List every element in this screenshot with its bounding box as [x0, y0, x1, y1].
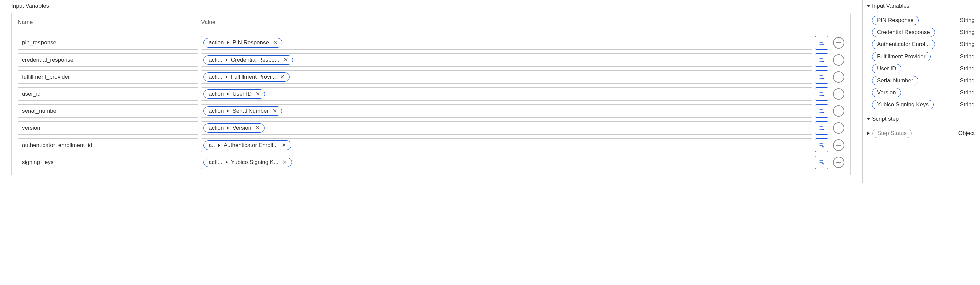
value-pill[interactable]: a..Authenticator Enroll...✕	[204, 141, 291, 150]
remove-row-button[interactable]	[833, 105, 845, 117]
chevron-down-icon	[867, 5, 870, 7]
close-icon[interactable]: ✕	[278, 74, 285, 80]
value-pill[interactable]: acti...Yubico Signing K...✕	[204, 158, 292, 167]
variable-name-input[interactable]	[18, 36, 199, 49]
variable-pill[interactable]: PIN Response	[872, 16, 919, 25]
variable-pill[interactable]: Yubico Signing Keys	[872, 100, 934, 109]
remove-row-button[interactable]	[833, 54, 845, 66]
minus-icon	[837, 60, 841, 60]
remove-row-button[interactable]	[833, 122, 845, 134]
close-icon[interactable]: ✕	[271, 40, 278, 46]
section-title: Input Variables	[11, 3, 851, 10]
variable-pill[interactable]: User ID	[872, 64, 901, 73]
variable-row: actionSerial Number✕	[18, 104, 845, 118]
variable-pill[interactable]: Serial Number	[872, 76, 918, 85]
data-pill-picker-button[interactable]	[815, 53, 828, 66]
data-pill-picker-button[interactable]	[815, 155, 828, 169]
variable-list-item: Serial NumberString	[872, 76, 975, 85]
value-pill[interactable]: acti...Credential Respo...✕	[204, 55, 293, 65]
close-icon[interactable]: ✕	[254, 91, 261, 97]
variable-name-input[interactable]	[18, 104, 199, 118]
close-icon[interactable]: ✕	[282, 57, 288, 63]
pill-source: acti...	[208, 57, 222, 63]
variable-value-field[interactable]: a..Authenticator Enroll...✕	[201, 138, 812, 152]
right-pane-script-step-header[interactable]: Script step	[862, 113, 980, 125]
pill-variable: PIN Response	[232, 40, 269, 46]
variable-name-input[interactable]	[18, 138, 199, 152]
variable-value-field[interactable]: actionSerial Number✕	[201, 104, 812, 118]
minus-icon	[837, 128, 841, 128]
remove-row-button[interactable]	[833, 88, 845, 100]
value-pill[interactable]: acti...Fulfillment Provi...✕	[204, 72, 290, 82]
remove-row-button[interactable]	[833, 37, 845, 49]
caret-right-icon	[226, 58, 228, 62]
pill-source: acti...	[208, 74, 222, 80]
variable-row: actionPIN Response✕	[18, 36, 845, 49]
pill-source: action	[208, 108, 224, 114]
pill-source: action	[208, 91, 224, 97]
variable-type: String	[960, 65, 975, 72]
data-pill-picker-button[interactable]	[815, 70, 828, 84]
variable-list-item: Authenticator Enrol...String	[872, 40, 975, 49]
close-icon[interactable]: ✕	[271, 108, 278, 114]
variable-pill-step-status[interactable]: Step Status	[872, 129, 912, 138]
remove-row-button[interactable]	[833, 139, 845, 151]
value-pill[interactable]: actionVersion✕	[204, 124, 265, 133]
right-pane-input-vars-header[interactable]: Input Variables	[862, 0, 980, 13]
remove-row-button[interactable]	[833, 157, 845, 168]
variable-name-input[interactable]	[18, 87, 199, 101]
variable-row: a..Authenticator Enroll...✕	[18, 138, 845, 152]
caret-right-icon	[227, 41, 229, 44]
remove-row-button[interactable]	[833, 71, 845, 82]
pill-source: a..	[208, 142, 215, 149]
close-icon[interactable]: ✕	[280, 160, 288, 165]
input-variables-panel: Name Value actionPIN Response✕acti...Cre…	[11, 13, 851, 175]
variable-value-field[interactable]: acti...Fulfillment Provi...✕	[201, 70, 812, 84]
variable-name-input[interactable]	[18, 155, 199, 169]
pill-variable: Authenticator Enroll...	[224, 142, 278, 149]
data-pill-picker-button[interactable]	[815, 104, 828, 118]
data-pill-picker-button[interactable]	[815, 122, 828, 135]
caret-right-icon	[226, 161, 228, 164]
variable-pill[interactable]: Fulfillment Provider	[872, 52, 931, 61]
variable-list-item: User IDString	[872, 64, 975, 73]
pill-variable: Version	[232, 125, 251, 131]
data-pill-picker-button[interactable]	[815, 138, 828, 152]
variable-list-item: Fulfillment ProviderString	[872, 52, 975, 61]
close-icon[interactable]: ✕	[280, 142, 287, 148]
variable-name-input[interactable]	[18, 70, 199, 84]
variable-list-item: PIN ResponseString	[872, 16, 975, 25]
variable-value-field[interactable]: actionPIN Response✕	[201, 36, 812, 49]
variable-list-item: VersionString	[872, 88, 975, 97]
value-pill[interactable]: actionUser ID✕	[204, 89, 265, 99]
variable-pill[interactable]: Version	[872, 88, 901, 97]
variable-type: String	[960, 53, 975, 60]
variable-value-field[interactable]: acti...Yubico Signing K...✕	[201, 155, 812, 169]
variable-type: String	[960, 41, 975, 48]
variable-list-item: Yubico Signing KeysString	[872, 100, 975, 109]
close-icon[interactable]: ✕	[253, 125, 260, 131]
pill-variable: User ID	[232, 91, 252, 97]
column-header-value: Value	[201, 19, 215, 26]
pill-source: acti...	[208, 159, 222, 166]
variable-name-input[interactable]	[18, 122, 199, 135]
pill-source: action	[208, 125, 224, 131]
data-pill-picker-button[interactable]	[815, 87, 828, 101]
variable-value-field[interactable]: acti...Credential Respo...✕	[201, 53, 812, 66]
variable-type: Object	[958, 130, 975, 137]
value-pill[interactable]: actionSerial Number✕	[204, 106, 282, 116]
variable-name-input[interactable]	[18, 53, 199, 66]
variable-row: acti...Yubico Signing K...✕	[18, 155, 845, 169]
data-pill-picker-button[interactable]	[815, 36, 828, 49]
chevron-right-icon[interactable]	[867, 132, 870, 135]
minus-icon	[837, 43, 841, 43]
variable-value-field[interactable]: actionVersion✕	[201, 122, 812, 135]
variable-row: acti...Credential Respo...✕	[18, 53, 845, 66]
variable-value-field[interactable]: actionUser ID✕	[201, 87, 812, 101]
value-pill[interactable]: actionPIN Response✕	[204, 38, 283, 48]
variable-pill[interactable]: Authenticator Enrol...	[872, 40, 935, 49]
pill-variable: Credential Respo...	[231, 57, 280, 63]
variable-pill[interactable]: Credential Response	[872, 28, 935, 37]
caret-right-icon	[226, 75, 228, 79]
variable-row: actionUser ID✕	[18, 87, 845, 101]
